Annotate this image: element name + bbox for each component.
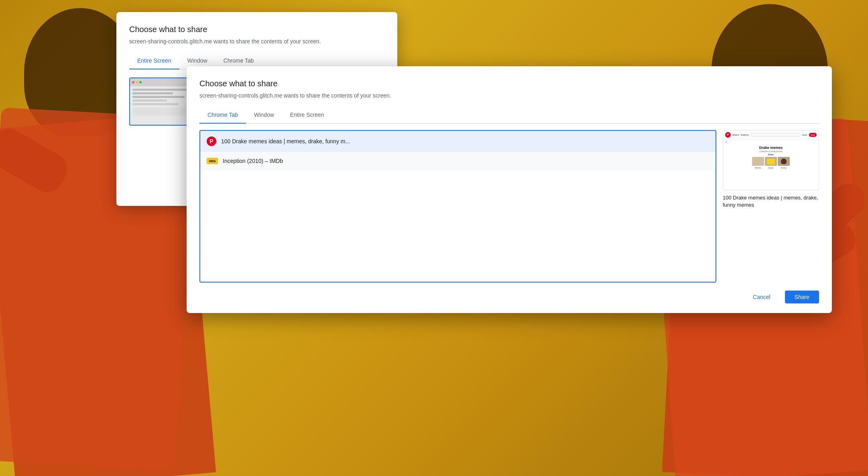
imdb-tab-label: Inception (2010) – IMDb bbox=[223, 158, 283, 164]
share-button[interactable]: Share bbox=[785, 291, 819, 303]
front-content: P 100 Drake memes ideas | memes, drake, … bbox=[199, 130, 819, 283]
tab-entire-screen[interactable]: Entire Screen bbox=[129, 53, 179, 69]
dialog-buttons: Cancel Share bbox=[199, 283, 819, 303]
tab-entire-screen-front[interactable]: Entire Screen bbox=[282, 107, 332, 123]
pinterest-tab-label: 100 Drake memes ideas | memes, drake, fu… bbox=[221, 138, 350, 144]
screen-thumbnail bbox=[129, 77, 193, 126]
pinterest-icon: P bbox=[207, 136, 216, 146]
preview-thumbnail: P Watch Explore Learn Save < Drake memes… bbox=[723, 130, 819, 190]
back-dialog-title: Choose what to share bbox=[129, 25, 384, 34]
tab-item-imdb[interactable]: IMDb Inception (2010) – IMDb bbox=[200, 152, 716, 170]
preview-panel: P Watch Explore Learn Save < Drake memes… bbox=[723, 130, 819, 283]
imdb-icon: IMDb bbox=[207, 158, 218, 164]
cancel-button[interactable]: Cancel bbox=[743, 291, 780, 303]
tab-list: P 100 Drake memes ideas | memes, drake, … bbox=[199, 130, 716, 283]
tab-window-front[interactable]: Window bbox=[246, 107, 282, 123]
front-dialog-subtitle: screen-sharing-controls.glitch.me wants … bbox=[199, 92, 819, 99]
back-dialog-subtitle: screen-sharing-controls.glitch.me wants … bbox=[129, 38, 384, 45]
front-dialog-title: Choose what to share bbox=[199, 79, 819, 88]
preview-title: 100 Drake memes ideas | memes, drake, fu… bbox=[723, 194, 819, 209]
dialog-front: Choose what to share screen-sharing-cont… bbox=[187, 66, 832, 313]
tab-item-pinterest[interactable]: P 100 Drake memes ideas | memes, drake, … bbox=[200, 131, 716, 152]
tab-chrome-tab-front[interactable]: Chrome Tab bbox=[199, 107, 246, 124]
front-dialog-tabs: Chrome Tab Window Entire Screen bbox=[199, 107, 819, 124]
